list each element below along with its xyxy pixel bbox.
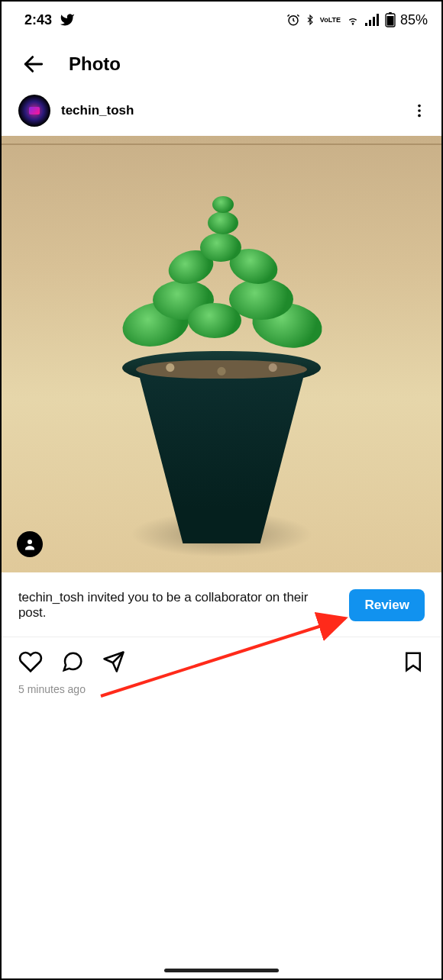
like-icon[interactable]: [18, 650, 43, 674]
back-icon[interactable]: [21, 52, 46, 76]
bluetooth-icon: [305, 13, 315, 27]
svg-point-13: [27, 540, 32, 544]
more-icon[interactable]: [411, 102, 428, 119]
post-timestamp: 5 minutes ago: [2, 680, 441, 698]
svg-rect-5: [377, 14, 379, 26]
battery-icon: [385, 12, 396, 27]
svg-rect-7: [386, 16, 393, 26]
save-icon[interactable]: [402, 650, 425, 673]
svg-rect-4: [373, 17, 375, 26]
post-actions: [2, 637, 441, 680]
alarm-icon: [286, 13, 300, 27]
collab-text: techin_tosh invited you to be a collabor…: [18, 590, 337, 621]
svg-rect-2: [365, 23, 367, 26]
comment-icon[interactable]: [61, 650, 84, 673]
home-indicator[interactable]: [164, 969, 279, 972]
volte-icon: VoLTE: [320, 17, 341, 23]
post-header: techin_tosh: [2, 90, 441, 136]
signal-icon: [365, 14, 380, 26]
page-header: Photo: [2, 32, 441, 90]
tagged-people-icon[interactable]: [17, 531, 43, 557]
status-time: 2:43: [24, 12, 52, 28]
svg-rect-3: [369, 20, 371, 26]
review-button[interactable]: Review: [349, 589, 425, 621]
avatar[interactable]: [18, 95, 50, 127]
svg-point-11: [418, 109, 421, 112]
svg-rect-8: [389, 12, 392, 14]
page-title: Photo: [69, 53, 121, 75]
twitter-icon: [60, 12, 75, 27]
wifi-icon: [345, 14, 361, 26]
status-bar: 2:43 VoLTE 85%: [2, 2, 441, 32]
svg-point-12: [418, 114, 421, 118]
svg-point-10: [418, 105, 421, 108]
collab-invite-row: techin_tosh invited you to be a collabor…: [2, 572, 441, 637]
share-icon[interactable]: [102, 650, 125, 673]
post-image[interactable]: [2, 136, 441, 572]
battery-percent: 85%: [400, 12, 428, 28]
svg-point-1: [352, 24, 353, 24]
post-username[interactable]: techin_tosh: [61, 103, 134, 118]
